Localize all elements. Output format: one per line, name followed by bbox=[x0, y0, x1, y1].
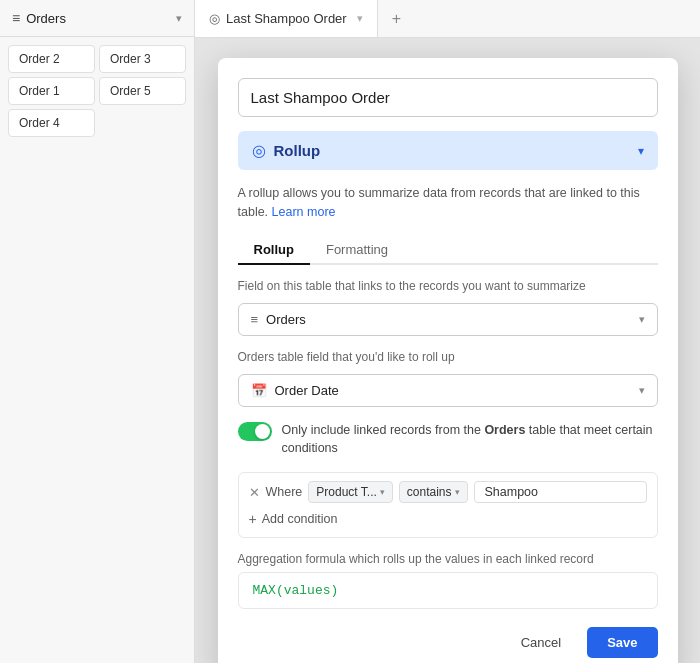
cancel-button[interactable]: Cancel bbox=[505, 627, 577, 658]
rollup-type-icon: ◎ bbox=[252, 141, 266, 160]
sidebar-item-order-1[interactable]: Order 1 bbox=[8, 77, 95, 105]
condition-row: ✕ Where Product T... ▾ contains ▾ Shampo… bbox=[249, 481, 647, 503]
add-condition-label: Add condition bbox=[262, 512, 338, 526]
tab-last-shampoo-order[interactable]: ◎ Last Shampoo Order ▾ bbox=[195, 0, 378, 37]
filter-toggle-row: Only include linked records from the Ord… bbox=[238, 421, 658, 459]
aggregation-section: Aggregation formula which rolls up the v… bbox=[238, 552, 658, 609]
rollup-field-section: Orders table field that you'd like to ro… bbox=[238, 350, 658, 407]
learn-more-link[interactable]: Learn more bbox=[272, 205, 336, 219]
tab-rollup-icon: ◎ bbox=[209, 11, 220, 26]
rollup-field-label: Orders table field that you'd like to ro… bbox=[238, 350, 658, 364]
sidebar-item-order-5[interactable]: Order 5 bbox=[99, 77, 186, 105]
dialog-footer: Cancel Save bbox=[238, 623, 658, 658]
aggregation-formula: MAX(values) bbox=[238, 572, 658, 609]
type-selector[interactable]: ◎ Rollup ▾ bbox=[238, 131, 658, 170]
sub-tabs: Rollup Formatting bbox=[238, 236, 658, 265]
sidebar-item-order-4[interactable]: Order 4 bbox=[8, 109, 95, 137]
description-text: A rollup allows you to summarize data fr… bbox=[238, 184, 658, 222]
type-selector-chevron-icon: ▾ bbox=[638, 144, 644, 158]
linked-field-dropdown[interactable]: ≡ Orders ▾ bbox=[238, 303, 658, 336]
condition-field-dropdown[interactable]: Product T... ▾ bbox=[308, 481, 392, 503]
linked-field-chevron-icon: ▾ bbox=[639, 313, 645, 326]
tab-formatting[interactable]: Formatting bbox=[310, 236, 404, 265]
orders-table-icon: ≡ bbox=[12, 10, 20, 26]
condition-field-value: Product T... bbox=[316, 485, 376, 499]
toggle-knob bbox=[255, 424, 270, 439]
sidebar-item-order-3[interactable]: Order 3 bbox=[99, 45, 186, 73]
condition-operator-chevron-icon: ▾ bbox=[455, 487, 460, 497]
rollup-dialog: ◎ Rollup ▾ A rollup allows you to summar… bbox=[218, 58, 678, 663]
rollup-field-value: Order Date bbox=[275, 383, 631, 398]
condition-operator-value: contains bbox=[407, 485, 452, 499]
linked-field-section: Field on this table that links to the re… bbox=[238, 279, 658, 336]
linked-field-label: Field on this table that links to the re… bbox=[238, 279, 658, 293]
condition-value-input[interactable]: Shampoo bbox=[474, 481, 647, 503]
condition-box: ✕ Where Product T... ▾ contains ▾ Shampo… bbox=[238, 472, 658, 538]
dialog-overlay: ◎ Rollup ▾ A rollup allows you to summar… bbox=[195, 38, 700, 663]
condition-operator-dropdown[interactable]: contains ▾ bbox=[399, 481, 468, 503]
type-selector-label: Rollup bbox=[274, 142, 630, 159]
condition-remove-icon[interactable]: ✕ bbox=[249, 485, 260, 500]
add-condition-button[interactable]: + Add condition bbox=[249, 509, 647, 529]
filter-toggle[interactable] bbox=[238, 422, 272, 441]
rollup-field-dropdown-chevron-icon: ▾ bbox=[639, 384, 645, 397]
main-area: ◎ Last Shampoo Order ▾ + ◎ Rollup ▾ A ro… bbox=[195, 0, 700, 663]
condition-where-label: Where bbox=[266, 485, 303, 499]
tab-close-icon[interactable]: ▾ bbox=[357, 12, 363, 25]
rollup-field-icon: 📅 bbox=[251, 383, 267, 398]
linked-field-icon: ≡ bbox=[251, 312, 259, 327]
sidebar-grid: Order 2 Order 3 Order 1 Order 5 Order 4 bbox=[0, 37, 194, 145]
tab-rollup[interactable]: Rollup bbox=[238, 236, 310, 265]
aggregation-label: Aggregation formula which rolls up the v… bbox=[238, 552, 658, 566]
condition-field-chevron-icon: ▾ bbox=[380, 487, 385, 497]
tab-label: Last Shampoo Order bbox=[226, 11, 347, 26]
sidebar-item-order-2[interactable]: Order 2 bbox=[8, 45, 95, 73]
rollup-field-dropdown[interactable]: 📅 Order Date ▾ bbox=[238, 374, 658, 407]
tab-bar: ◎ Last Shampoo Order ▾ + bbox=[195, 0, 700, 38]
sidebar-header-label: Orders bbox=[26, 11, 170, 26]
linked-field-value: Orders bbox=[266, 312, 630, 327]
sidebar: ≡ Orders ▾ Order 2 Order 3 Order 1 Order… bbox=[0, 0, 195, 663]
add-tab-button[interactable]: + bbox=[378, 0, 415, 37]
field-name-input[interactable] bbox=[238, 78, 658, 117]
sidebar-header-chevron-icon: ▾ bbox=[176, 12, 182, 25]
save-button[interactable]: Save bbox=[587, 627, 657, 658]
add-condition-plus-icon: + bbox=[249, 511, 257, 527]
filter-toggle-label: Only include linked records from the Ord… bbox=[282, 421, 658, 459]
sidebar-header[interactable]: ≡ Orders ▾ bbox=[0, 0, 194, 37]
